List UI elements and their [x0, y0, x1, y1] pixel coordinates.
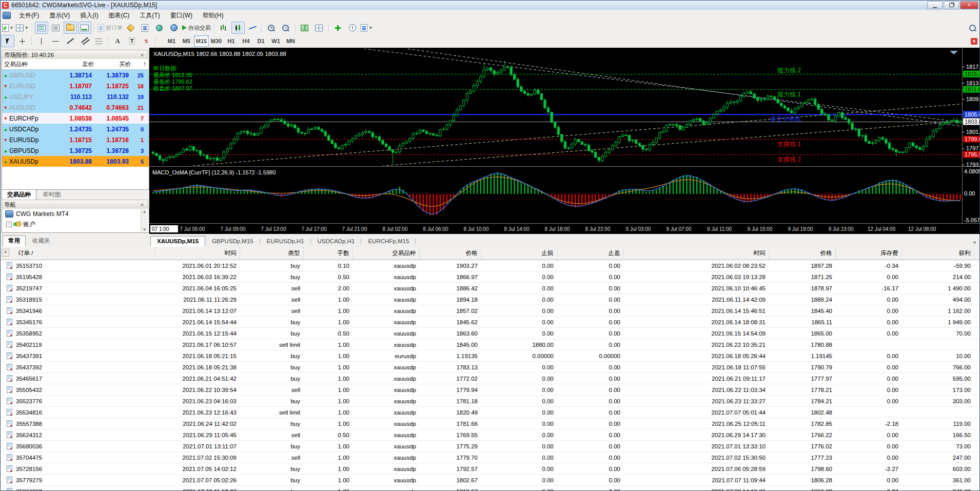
orders-column-1[interactable]: 时间 — [154, 247, 240, 260]
chart-window-icon[interactable] — [3, 12, 11, 19]
market-watch-row-audusd[interactable]: ▼AUDUSD0.746420.7466321 — [2, 102, 149, 113]
market-watch-row-usdjpy[interactable]: ▲USDJPY110.113110.13219 — [2, 91, 149, 102]
order-row-35437392[interactable]: 354373922021.06.18 05:21:38buy1.00xauusd… — [1, 362, 979, 373]
zoom-out-button[interactable]: − — [279, 22, 292, 34]
timeframe-h1[interactable]: H1 — [224, 35, 239, 47]
timeframe-m5[interactable]: M5 — [179, 35, 194, 47]
autotrading-button[interactable]: 自动交易 — [182, 22, 211, 34]
order-row-35153710[interactable]: 351537102021.06.01 20:12:52buy0.10xauusd… — [1, 260, 979, 271]
tree-collapse-icon[interactable]: − — [6, 222, 12, 227]
search-button[interactable] — [966, 22, 979, 34]
timeframe-w1[interactable]: W1 — [268, 35, 283, 47]
order-row-35505432[interactable]: 355054322021.06.22 10:39:54sell1.00xauus… — [1, 384, 979, 396]
tab-scroll-left-icon[interactable]: ◄ — [969, 240, 979, 247]
orders-column-5[interactable]: 价格 — [419, 247, 481, 260]
menu-item-5[interactable]: 窗口(W) — [165, 10, 198, 21]
metaeditor-button[interactable] — [124, 22, 138, 34]
timeframe-mn[interactable]: MN — [283, 35, 298, 47]
order-row-35534816[interactable]: 355348162021.06.23 12:16:43sell limit1.0… — [1, 407, 979, 418]
order-row-35195428[interactable]: 351954282021.06.03 16:39:22buy0.50xauusd… — [1, 271, 979, 283]
menu-item-0[interactable]: 文件(F) — [14, 10, 44, 21]
arrows-tool[interactable]: ↯ — [140, 35, 153, 47]
orders-column-3[interactable]: 手数 — [303, 247, 352, 260]
navigator-toggle[interactable] — [64, 22, 77, 34]
minimize-button[interactable]: ▁ — [927, 1, 943, 9]
order-row-35345176[interactable]: 353451762021.06.14 15:54:44buy1.00xauusd… — [1, 317, 979, 328]
market-watch-row-usdcadp[interactable]: ▲USDCADp1.247351.247350 — [2, 124, 149, 134]
order-row-35358952[interactable]: 353589522021.06.15 12:15:44buy0.50xauusd… — [1, 328, 979, 339]
navigator-item-1[interactable]: −账户 — [2, 219, 149, 229]
market-watch-row-xauusdp[interactable]: ▲XAUUSDp1803.881803.935 — [2, 156, 149, 167]
orders-column-9[interactable]: 价格 — [769, 247, 835, 260]
order-row-35318915[interactable]: 353189152021.06.11 11:26:29sell1.00xauus… — [1, 294, 979, 305]
market-watch-tab-即时图[interactable]: 即时图 — [37, 189, 67, 201]
market-watch-close-icon[interactable]: × — [139, 52, 146, 58]
news-button[interactable] — [153, 22, 166, 34]
chart-canvas[interactable]: 阻力线 2阻力线 1多空分界线支撑线 1支撑线 21817.11813.2180… — [149, 48, 980, 234]
indicators-button[interactable] — [298, 22, 311, 34]
order-row-35465617[interactable]: 354656172021.06.21 04:51:42buy1.00xauusd… — [1, 373, 979, 384]
order-row-35523776[interactable]: 355237762021.06.23 04:16:03buy1.00xauusd… — [1, 396, 979, 407]
order-row-35680036[interactable]: 356800362021.07.01 13:11:07buy1.00xauusd… — [1, 441, 979, 452]
menu-item-3[interactable]: 图表(C) — [104, 10, 135, 21]
toolbar-close-icon[interactable]: × — [971, 38, 977, 45]
orders-column-8[interactable]: 时间 — [623, 247, 769, 260]
channel-tool[interactable] — [77, 35, 91, 47]
horizontal-line-tool[interactable] — [49, 35, 62, 47]
market-watch-row-eurusd[interactable]: ▼EURUSD1.187071.1872518 — [2, 81, 149, 91]
fibonacci-tool[interactable] — [92, 35, 105, 47]
terminal-close-icon[interactable]: × — [2, 249, 9, 257]
timeframe-h4[interactable]: H4 — [239, 35, 253, 47]
data-window-toggle[interactable] — [49, 22, 63, 34]
profiles-button[interactable]: ▼ — [15, 22, 29, 34]
tile-windows-button[interactable] — [312, 22, 326, 34]
market-watch-row-eurchfp[interactable]: ▼EURCHFp1.085381.085457 — [2, 113, 149, 124]
menu-item-2[interactable]: 插入(I) — [75, 10, 103, 21]
order-row-35402119[interactable]: 354021192021.06.17 06:10:57sell limit1.0… — [1, 339, 979, 350]
order-row-35437391[interactable]: 354373912021.06.18 05:21:15buy1.00eurusd… — [1, 350, 979, 362]
new-order-button[interactable]: 新订单 — [97, 22, 123, 34]
menu-item-1[interactable]: 显示(V) — [44, 10, 75, 21]
period-button[interactable] — [346, 22, 359, 34]
orders-column-6[interactable]: 止损 — [481, 247, 557, 260]
market-watch-row-gbpusd[interactable]: ▲GBPUSD1.387141.3873925 — [2, 70, 149, 81]
timeframe-m1[interactable]: M1 — [164, 35, 179, 47]
order-row-35834282[interactable]: 358342822021.07.08 11:52:27buy1.00xauusd… — [1, 486, 979, 491]
market-watch-tab-交易品种[interactable]: 交易品种 — [2, 189, 36, 201]
order-row-35341946[interactable]: 353419462021.06.14 13:12:07sell1.00xauus… — [1, 305, 979, 317]
cursor-tool[interactable] — [1, 35, 14, 47]
orders-table-header[interactable]: 订单 /时间类型手数交易品种价格止损止盈时间价格库存费获利 — [1, 247, 979, 260]
order-row-35624312[interactable]: 356243122021.06.29 11:05:45sell0.50xauus… — [1, 429, 979, 441]
chart-tab-eurusdp-h1[interactable]: EURUSDp,H1 — [260, 236, 311, 247]
vertical-line-tool[interactable] — [34, 35, 48, 47]
timeframe-m30[interactable]: M30 — [209, 35, 224, 47]
order-row-35728156[interactable]: 357281562021.07.05 14:02:12buy1.00xauusd… — [1, 463, 979, 475]
order-row-35557388[interactable]: 355573882021.06.24 11:42:02buy1.00xauusd… — [1, 418, 979, 429]
order-row-35779279[interactable]: 357792792021.07.07 05:02:26buy1.00xauusd… — [1, 475, 979, 486]
trendline-tool[interactable] — [63, 35, 76, 47]
orders-column-4[interactable]: 交易品种 — [352, 247, 419, 260]
zoom-in-button[interactable]: + — [265, 22, 278, 34]
orders-column-7[interactable]: 止盈 — [557, 247, 623, 260]
market-watch-row-gbpusdp[interactable]: ▲GBPUSDp1.387251.387283 — [2, 145, 149, 156]
orders-column-0[interactable]: 订单 / — [1, 247, 154, 260]
text-label-tool[interactable]: T — [125, 35, 139, 47]
chart-tab-eurchfp-m15[interactable]: EURCHFp,M15 — [361, 236, 416, 247]
menu-item-4[interactable]: 工具(T) — [134, 10, 165, 21]
chart-tab-gbpusdp-m15[interactable]: GBPUSDp,M15 — [205, 236, 260, 247]
templates-button[interactable]: ▼ — [360, 22, 374, 34]
expert-advisors-button[interactable] — [139, 22, 152, 34]
bar-chart-button[interactable] — [217, 22, 230, 34]
navigator-tab-收藏夹[interactable]: 收藏夹 — [27, 235, 56, 247]
timeframe-m15[interactable]: M15 — [194, 35, 209, 47]
add-indicator-button[interactable] — [331, 22, 345, 34]
menu-item-6[interactable]: 帮助(H) — [198, 10, 229, 21]
orders-column-2[interactable]: 类型 — [240, 247, 303, 260]
market-watch-toggle[interactable] — [35, 22, 48, 34]
restore-button[interactable] — [944, 1, 959, 9]
crosshair-tool[interactable] — [15, 35, 29, 47]
close-button[interactable]: × — [960, 1, 978, 9]
chart-tab-xauusdp-m15[interactable]: XAUUSDp,M15 — [150, 236, 205, 247]
chart-tab-usdcadp-h1[interactable]: USDCADp,H1 — [311, 236, 362, 247]
web-button[interactable] — [167, 22, 181, 34]
